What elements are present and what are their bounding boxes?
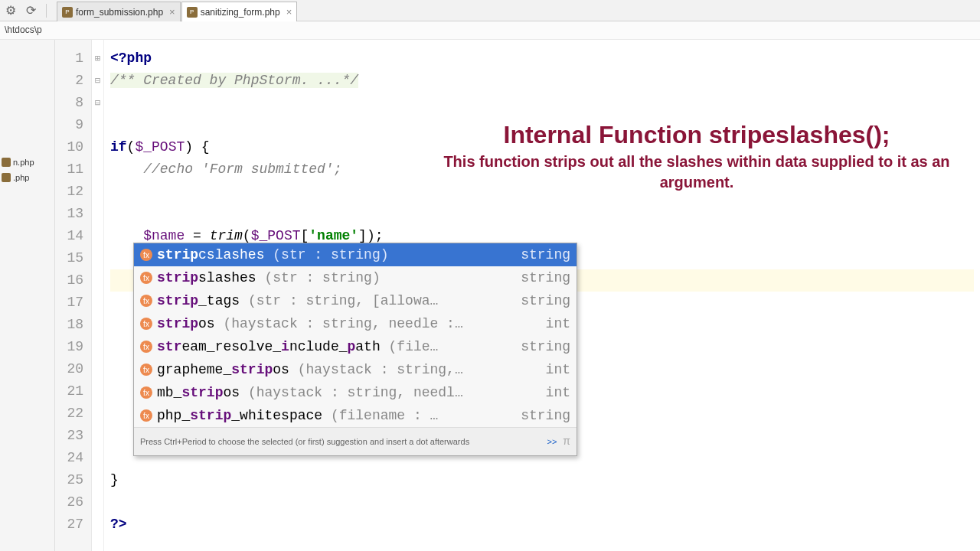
refresh-icon[interactable]: ⟳ bbox=[23, 3, 38, 18]
completion-type: string bbox=[521, 405, 570, 427]
line-number: 2 bbox=[55, 70, 83, 92]
var-name: $name bbox=[143, 228, 185, 243]
php-close-tag: ?> bbox=[110, 517, 127, 532]
completion-hint: Press Ctrl+Period to choose the selected… bbox=[134, 427, 577, 455]
sidebar-file[interactable]: n.php bbox=[0, 155, 54, 170]
close-icon[interactable]: × bbox=[169, 6, 175, 18]
completion-more[interactable]: >> bbox=[547, 437, 557, 446]
completion-item[interactable]: fxstrip_tags (str : string, [allowa…stri… bbox=[134, 289, 577, 312]
ide-toolbar: ⚙ ⟳ P form_submission.php × P sanitizing… bbox=[0, 0, 980, 21]
php-open-tag: <?php bbox=[110, 51, 152, 66]
completion-item[interactable]: fxstripcslashes (str : string)string bbox=[134, 243, 577, 266]
tab-label: sanitizing_form.php bbox=[201, 7, 280, 18]
line-number: 14 bbox=[55, 225, 83, 247]
completion-name: php_strip_whitespace (filename : … bbox=[157, 405, 516, 427]
fn-trim: trim bbox=[210, 228, 243, 243]
function-icon: fx bbox=[140, 272, 152, 284]
line-number: 13 bbox=[55, 203, 83, 225]
tab-form-submission[interactable]: P form_submission.php × bbox=[57, 2, 181, 21]
function-icon: fx bbox=[140, 341, 152, 353]
line-number: 23 bbox=[55, 425, 83, 447]
breadcrumb: \htdocs\p bbox=[0, 21, 980, 40]
completion-name: stripos (haystack : string, needle :… bbox=[157, 313, 541, 335]
gear-icon[interactable]: ⚙ bbox=[3, 3, 18, 18]
tab-label: form_submission.php bbox=[76, 7, 163, 18]
line-number: 19 bbox=[55, 336, 83, 358]
line-number: 17 bbox=[55, 292, 83, 314]
string-name: 'name' bbox=[309, 228, 358, 243]
line-number: 11 bbox=[55, 158, 83, 181]
completion-name: mb_stripos (haystack : string, needl… bbox=[157, 382, 541, 404]
completion-item[interactable]: fxgrapheme_stripos (haystack : string,…i… bbox=[134, 358, 577, 381]
line-number: 27 bbox=[55, 514, 83, 536]
completion-type: string bbox=[521, 244, 570, 266]
line-number: 26 bbox=[55, 491, 83, 514]
line-gutter: 1289101112131415161718192021222324252627 bbox=[55, 40, 92, 551]
doc-comment: /** Created by PhpStorm. ...*/ bbox=[110, 73, 358, 88]
completion-name: stripcslashes (str : string) bbox=[157, 244, 516, 266]
line-number: 15 bbox=[55, 247, 83, 269]
line-number: 9 bbox=[55, 114, 83, 136]
editor-tabs: P form_submission.php × P sanitizing_for… bbox=[57, 0, 298, 21]
code-area[interactable]: <?php /** Created by PhpStorm. ...*/ if(… bbox=[104, 40, 980, 551]
fold-column[interactable]: ⊞⊟⊟ bbox=[92, 40, 104, 551]
line-number: 21 bbox=[55, 380, 83, 403]
function-icon: fx bbox=[140, 249, 152, 261]
completion-type: int bbox=[546, 313, 570, 335]
toolbar-separator bbox=[46, 4, 47, 18]
php-file-icon: P bbox=[62, 7, 73, 18]
completion-item[interactable]: fxmb_stripos (haystack : string, needl…i… bbox=[134, 381, 577, 404]
code-editor[interactable]: 1289101112131415161718192021222324252627… bbox=[55, 40, 980, 551]
line-number: 20 bbox=[55, 358, 83, 380]
close-brace: } bbox=[110, 472, 119, 487]
line-number: 24 bbox=[55, 447, 83, 469]
fold-marker[interactable]: ⊟ bbox=[92, 70, 103, 92]
line-number: 25 bbox=[55, 469, 83, 491]
var-post: $_POST bbox=[135, 139, 185, 155]
completion-type: string bbox=[521, 267, 570, 289]
autocomplete-popup[interactable]: fxstripcslashes (str : string)stringfxst… bbox=[133, 243, 577, 456]
var-post: $_POST bbox=[251, 228, 301, 243]
completion-type: int bbox=[546, 359, 570, 381]
comment: //echo 'Form submitted'; bbox=[143, 161, 341, 177]
line-number: 18 bbox=[55, 314, 83, 336]
line-number: 1 bbox=[55, 47, 83, 70]
completion-item[interactable]: fxstripslashes (str : string)string bbox=[134, 266, 577, 289]
sidebar-file-label: .php bbox=[13, 173, 29, 182]
fold-marker[interactable]: ⊞ bbox=[92, 47, 103, 70]
php-file-icon bbox=[2, 173, 11, 182]
fold-marker[interactable]: ⊟ bbox=[92, 92, 103, 114]
completion-name: stream_resolve_include_path (file… bbox=[157, 336, 516, 358]
sidebar-file-label: n.php bbox=[13, 158, 34, 167]
sidebar-file[interactable]: .php bbox=[0, 170, 54, 185]
function-icon: fx bbox=[140, 364, 152, 376]
php-file-icon bbox=[2, 158, 11, 167]
pi-icon[interactable]: π bbox=[563, 435, 570, 447]
close-icon[interactable]: × bbox=[286, 6, 292, 18]
line-number: 10 bbox=[55, 136, 83, 158]
keyword-if: if bbox=[110, 139, 127, 155]
completion-type: int bbox=[546, 382, 570, 404]
function-icon: fx bbox=[140, 386, 152, 399]
function-icon: fx bbox=[140, 318, 152, 330]
completion-item[interactable]: fxphp_strip_whitespace (filename : …stri… bbox=[134, 404, 577, 427]
function-icon: fx bbox=[140, 295, 152, 307]
line-number: 8 bbox=[55, 92, 83, 114]
tab-sanitizing-form[interactable]: P sanitizing_form.php × bbox=[181, 2, 298, 21]
completion-name: stripslashes (str : string) bbox=[157, 267, 516, 289]
project-sidebar[interactable]: n.php .php bbox=[0, 40, 55, 551]
function-icon: fx bbox=[140, 409, 152, 422]
line-number: 12 bbox=[55, 181, 83, 203]
completion-type: string bbox=[521, 336, 570, 358]
completion-type: string bbox=[521, 290, 570, 312]
php-file-icon: P bbox=[187, 7, 198, 18]
completion-item[interactable]: fxstream_resolve_include_path (file…stri… bbox=[134, 335, 577, 358]
code-text: ) { bbox=[185, 139, 209, 155]
completion-name: strip_tags (str : string, [allowa… bbox=[157, 290, 516, 312]
line-number: 22 bbox=[55, 403, 83, 425]
completion-name: grapheme_stripos (haystack : string,… bbox=[157, 359, 541, 381]
completion-item[interactable]: fxstripos (haystack : string, needle :…i… bbox=[134, 312, 577, 335]
line-number: 16 bbox=[55, 269, 83, 292]
